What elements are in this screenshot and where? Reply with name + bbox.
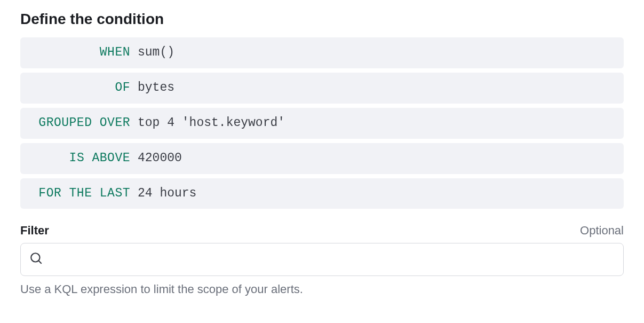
condition-row-is-above[interactable]: IS ABOVE 420000 <box>20 143 624 174</box>
filter-input[interactable] <box>50 254 615 266</box>
filter-input-wrapper[interactable] <box>20 243 624 276</box>
condition-value: sum() <box>138 45 174 61</box>
condition-value: bytes <box>138 80 174 96</box>
search-icon <box>29 251 43 267</box>
condition-keyword: GROUPED OVER <box>31 115 138 131</box>
filter-header: Filter Optional <box>20 224 624 238</box>
condition-value: 420000 <box>138 151 182 167</box>
condition-row-for-the-last[interactable]: FOR THE LAST 24 hours <box>20 178 624 209</box>
svg-line-1 <box>38 261 41 264</box>
condition-keyword: IS ABOVE <box>31 151 138 167</box>
condition-keyword: WHEN <box>31 45 138 61</box>
condition-value: 24 hours <box>138 186 196 202</box>
condition-value: top 4 'host.keyword' <box>138 115 285 131</box>
condition-rows: WHEN sum() OF bytes GROUPED OVER top 4 '… <box>20 37 624 209</box>
filter-help-text: Use a KQL expression to limit the scope … <box>20 282 624 296</box>
svg-point-0 <box>31 254 39 262</box>
condition-keyword: OF <box>31 80 138 96</box>
condition-row-when[interactable]: WHEN sum() <box>20 37 624 68</box>
condition-keyword: FOR THE LAST <box>31 186 138 202</box>
section-title: Define the condition <box>20 11 624 28</box>
condition-row-of[interactable]: OF bytes <box>20 73 624 104</box>
filter-label: Filter <box>20 224 49 238</box>
filter-optional-label: Optional <box>580 224 624 238</box>
condition-row-grouped-over[interactable]: GROUPED OVER top 4 'host.keyword' <box>20 108 624 139</box>
